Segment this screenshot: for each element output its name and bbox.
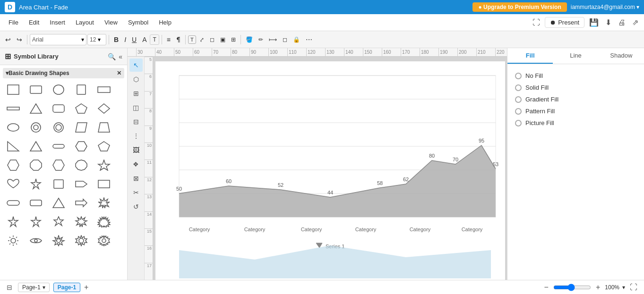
fill-option-picture[interactable]: Picture Fill xyxy=(513,117,638,129)
fill-option-no-fill[interactable]: No Fill xyxy=(513,70,638,82)
menu-help[interactable]: Help xyxy=(154,17,176,28)
user-menu[interactable]: iammurtaza4@gmail.com ▾ xyxy=(571,4,639,10)
shape-star-4pt[interactable] xyxy=(3,213,24,230)
shape-octagon[interactable] xyxy=(26,157,46,174)
font-size-select[interactable]: 12 ▾ xyxy=(87,34,106,45)
text-box-button[interactable]: T xyxy=(188,35,196,44)
shape-wave[interactable] xyxy=(26,194,46,211)
shape-hexagon-h[interactable] xyxy=(71,138,92,155)
canvas-content[interactable]: 50 60 52 44 58 62 80 70 95 53 Category C… xyxy=(153,57,507,280)
shape-heart[interactable] xyxy=(3,176,24,193)
shape-square-2[interactable] xyxy=(48,176,69,193)
align-para-button[interactable]: ¶̈ xyxy=(174,34,183,45)
redo-button[interactable]: ↪ xyxy=(14,34,25,45)
sidebar-collapse-button[interactable]: « xyxy=(119,53,122,60)
text-button[interactable]: T xyxy=(150,34,159,45)
shape-rect-rounded-2[interactable] xyxy=(48,100,69,117)
shape-circle[interactable] xyxy=(48,81,69,98)
menu-insert[interactable]: Insert xyxy=(45,17,70,28)
icon-crop[interactable]: ⊠ xyxy=(129,172,143,185)
font-family-select[interactable]: Arial ▾ xyxy=(30,34,86,45)
tab-shadow[interactable]: Shadow xyxy=(599,48,644,64)
shape-rect-rounded[interactable] xyxy=(26,81,46,98)
shape-starburst[interactable] xyxy=(94,213,114,230)
shape-gear[interactable] xyxy=(71,232,92,249)
shape-arrow-sign[interactable] xyxy=(71,176,92,193)
shape-stadium-2[interactable] xyxy=(3,194,24,211)
tab-line[interactable]: Line xyxy=(553,48,598,64)
shape-rect-tall[interactable] xyxy=(71,81,92,98)
icon-shapes[interactable]: ⬡ xyxy=(129,73,143,86)
fill-option-pattern[interactable]: Pattern Fill xyxy=(513,105,638,117)
icon-layers[interactable]: ◫ xyxy=(129,101,143,114)
shape-hexagon-2[interactable] xyxy=(48,157,69,174)
shape-button[interactable]: ◻ xyxy=(280,35,290,44)
shape-star-8pt[interactable] xyxy=(71,213,92,230)
shape-stadium[interactable] xyxy=(48,138,69,155)
shape-sun-2[interactable] xyxy=(48,232,69,249)
menu-edit[interactable]: Edit xyxy=(24,17,44,28)
zoom-out-button[interactable]: − xyxy=(542,282,550,293)
upgrade-button[interactable]: Upgrade to Premium Version xyxy=(472,2,567,12)
fill-option-gradient[interactable]: Gradient Fill xyxy=(513,93,638,105)
shape-triangle[interactable] xyxy=(26,100,46,117)
download-button[interactable]: ⬇ xyxy=(603,17,613,28)
icon-scissors[interactable]: ✂ xyxy=(129,186,143,199)
sidebar-search-button[interactable]: 🔍 xyxy=(108,53,116,60)
italic-button[interactable]: I xyxy=(122,34,129,45)
menu-layout[interactable]: Layout xyxy=(71,17,99,28)
shape-diamond[interactable] xyxy=(94,100,114,117)
shape-triangle-3[interactable] xyxy=(48,194,69,211)
underline-button[interactable]: U xyxy=(129,34,139,45)
shape-parallelogram[interactable] xyxy=(71,119,92,136)
icon-group[interactable]: ❖ xyxy=(129,158,143,171)
shape-splash[interactable] xyxy=(94,194,114,211)
icon-table[interactable]: ⊟ xyxy=(129,115,143,128)
save-button[interactable]: 💾 xyxy=(587,17,601,28)
shape-ring[interactable] xyxy=(26,119,46,136)
shapes-section-header[interactable]: ▾ Basic Drawing Shapes ✕ xyxy=(3,68,124,78)
arrange-button[interactable]: ⊞ xyxy=(229,35,238,44)
shape-arrow-right[interactable] xyxy=(71,194,92,211)
fullscreen-button[interactable]: ⛶ xyxy=(531,17,542,28)
section-close-icon[interactable]: ✕ xyxy=(117,70,121,76)
zoom-in-button[interactable]: + xyxy=(594,282,602,293)
undo-button[interactable]: ↩ xyxy=(3,34,13,45)
shape-gear-2[interactable] xyxy=(94,232,114,249)
shape-hexagon[interactable] xyxy=(3,157,24,174)
more-button[interactable]: ⋯ xyxy=(303,34,315,45)
shadow-button[interactable]: ◻ xyxy=(207,35,217,44)
share-button[interactable]: ⇗ xyxy=(630,17,640,28)
page-layout-button[interactable]: ⊟ xyxy=(5,283,14,292)
lock-button[interactable]: 🔒 xyxy=(291,35,302,44)
fill-option-solid[interactable]: Solid Fill xyxy=(513,82,638,93)
zoom-slider[interactable] xyxy=(553,284,591,291)
shape-star-5pt[interactable] xyxy=(26,213,46,230)
page-tab-active[interactable]: Page-1 xyxy=(53,283,80,292)
shape-ring-2[interactable] xyxy=(48,119,69,136)
icon-history[interactable]: ↺ xyxy=(129,200,143,213)
shape-triangle-2[interactable] xyxy=(3,138,24,155)
shape-right-triangle[interactable] xyxy=(26,138,46,155)
shape-decagon[interactable] xyxy=(71,157,92,174)
fullscreen-toggle-button[interactable]: ⛶ xyxy=(628,282,639,293)
line-color-button[interactable]: ✏ xyxy=(256,35,266,44)
shape-rect-wide[interactable] xyxy=(94,81,114,98)
icon-image[interactable]: 🖼 xyxy=(129,143,143,157)
print-button[interactable]: 🖨 xyxy=(616,17,627,28)
icon-pointer[interactable]: ↖ xyxy=(129,59,143,72)
menu-view[interactable]: View xyxy=(100,17,122,28)
shape-pentagon-2[interactable] xyxy=(94,138,114,155)
menu-file[interactable]: File xyxy=(4,17,23,28)
line-style-button[interactable]: ⟼ xyxy=(266,35,279,44)
connector-button[interactable]: ⤤ xyxy=(197,35,206,44)
shape-square[interactable] xyxy=(3,81,24,98)
add-page-button[interactable]: + xyxy=(84,283,88,292)
font-color-button[interactable]: A xyxy=(140,34,149,45)
shape-sun[interactable] xyxy=(3,232,24,249)
shape-ellipse[interactable] xyxy=(3,119,24,136)
shape-pentagon[interactable] xyxy=(71,100,92,117)
shape-trapezoid[interactable] xyxy=(94,119,114,136)
tab-fill[interactable]: Fill xyxy=(507,48,553,64)
align-left-button[interactable]: ≡ xyxy=(164,34,173,45)
